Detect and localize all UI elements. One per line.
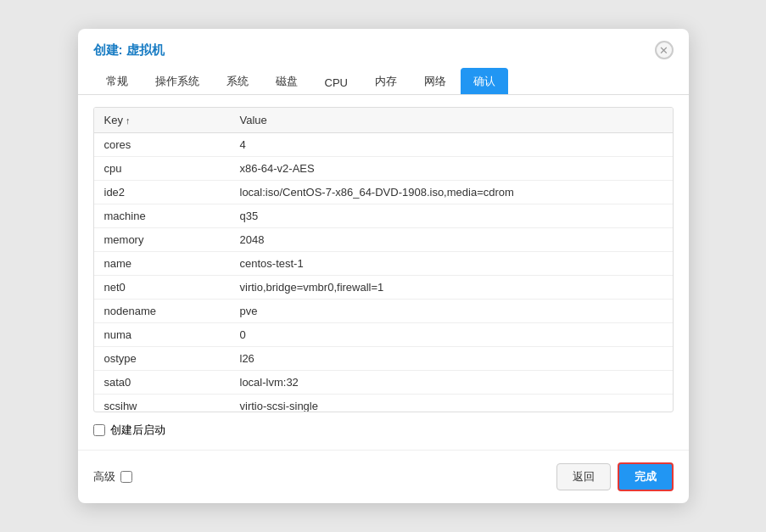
table-header-row: Key Value bbox=[94, 108, 673, 133]
table-cell-value: l26 bbox=[230, 347, 673, 371]
advanced-checkbox[interactable] bbox=[120, 471, 132, 483]
close-button[interactable]: ✕ bbox=[655, 41, 674, 59]
table-cell-value: centos-test-1 bbox=[230, 252, 673, 276]
tab-cpu[interactable]: CPU bbox=[312, 70, 361, 94]
table-cell-key: nodename bbox=[94, 300, 230, 323]
table-cell-key: name bbox=[94, 252, 230, 276]
table-cell-key: net0 bbox=[94, 276, 230, 300]
dialog-header: 创建: 虚拟机 ✕ bbox=[78, 29, 689, 59]
table-row: ide2local:iso/CentOS-7-x86_64-DVD-1908.i… bbox=[94, 181, 673, 204]
table-cell-key: cpu bbox=[94, 157, 230, 181]
confirm-table-container: Key Value cores4cpux86-64-v2-AESide2loca… bbox=[93, 107, 674, 412]
table-cell-value: 2048 bbox=[230, 228, 673, 252]
table-row: machineq35 bbox=[94, 204, 673, 228]
post-create-checkbox[interactable] bbox=[93, 424, 105, 436]
table-cell-value: virtio-scsi-single bbox=[230, 395, 673, 413]
tab-general[interactable]: 常规 bbox=[93, 68, 141, 94]
finish-button[interactable]: 完成 bbox=[618, 462, 674, 491]
table-row: ostypel26 bbox=[94, 347, 673, 371]
table-cell-value: virtio,bridge=vmbr0,firewall=1 bbox=[230, 276, 673, 300]
table-cell-key: machine bbox=[94, 204, 230, 228]
table-cell-value: local:iso/CentOS-7-x86_64-DVD-1908.iso,m… bbox=[230, 181, 673, 204]
table-row: cores4 bbox=[94, 133, 673, 157]
table-row: sata0local-lvm:32 bbox=[94, 371, 673, 395]
tab-os[interactable]: 操作系统 bbox=[143, 68, 212, 94]
tab-memory[interactable]: 内存 bbox=[362, 68, 410, 94]
post-create-checkbox-label: 创建后启动 bbox=[110, 423, 165, 438]
confirm-table: Key Value cores4cpux86-64-v2-AESide2loca… bbox=[94, 108, 673, 412]
tab-network[interactable]: 网络 bbox=[411, 68, 459, 94]
col-header-value: Value bbox=[230, 108, 673, 133]
table-cell-key: sata0 bbox=[94, 371, 230, 395]
advanced-area: 高级 bbox=[93, 469, 132, 484]
advanced-label: 高级 bbox=[93, 469, 115, 484]
back-button[interactable]: 返回 bbox=[556, 463, 611, 490]
dialog-title: 创建: 虚拟机 bbox=[93, 42, 165, 59]
create-vm-dialog: 创建: 虚拟机 ✕ 常规 操作系统 系统 磁盘 CPU 内存 网络 确认 Key… bbox=[78, 29, 689, 503]
table-row: memory2048 bbox=[94, 228, 673, 252]
tabs-bar: 常规 操作系统 系统 磁盘 CPU 内存 网络 确认 bbox=[78, 59, 689, 95]
dialog-footer: 高级 返回 完成 bbox=[78, 450, 689, 503]
table-cell-key: numa bbox=[94, 323, 230, 347]
table-row: numa0 bbox=[94, 323, 673, 347]
table-row: net0virtio,bridge=vmbr0,firewall=1 bbox=[94, 276, 673, 300]
table-row: namecentos-test-1 bbox=[94, 252, 673, 276]
col-header-key[interactable]: Key bbox=[94, 108, 230, 133]
tab-confirm[interactable]: 确认 bbox=[461, 68, 508, 94]
table-cell-value: pve bbox=[230, 300, 673, 323]
table-cell-value: q35 bbox=[230, 204, 673, 228]
table-cell-value: local-lvm:32 bbox=[230, 371, 673, 395]
table-cell-value: 4 bbox=[230, 133, 673, 157]
table-cell-key: ostype bbox=[94, 347, 230, 371]
table-cell-value: x86-64-v2-AES bbox=[230, 157, 673, 181]
post-create-checkbox-row: 创建后启动 bbox=[93, 412, 674, 438]
table-cell-key: ide2 bbox=[94, 181, 230, 204]
table-cell-key: memory bbox=[94, 228, 230, 252]
table-row: scsihwvirtio-scsi-single bbox=[94, 395, 673, 413]
table-row: nodenamepve bbox=[94, 300, 673, 323]
tab-disk[interactable]: 磁盘 bbox=[263, 68, 310, 94]
table-cell-key: scsihw bbox=[94, 395, 230, 413]
tab-system[interactable]: 系统 bbox=[214, 68, 261, 94]
table-cell-value: 0 bbox=[230, 323, 673, 347]
dialog-body: Key Value cores4cpux86-64-v2-AESide2loca… bbox=[78, 95, 689, 450]
table-cell-key: cores bbox=[94, 133, 230, 157]
table-row: cpux86-64-v2-AES bbox=[94, 157, 673, 181]
